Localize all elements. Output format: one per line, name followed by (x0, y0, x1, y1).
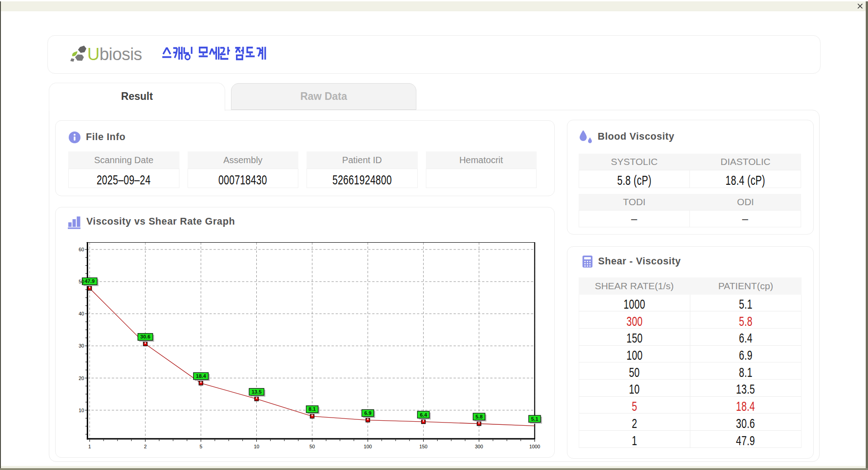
svg-text:13.5: 13.5 (251, 389, 262, 395)
svg-text:6.9: 6.9 (364, 410, 372, 416)
svg-text:5: 5 (199, 444, 202, 449)
svg-text:18.4: 18.4 (196, 373, 206, 379)
svg-text:50: 50 (309, 444, 315, 449)
svg-text:10: 10 (254, 444, 259, 449)
svg-text:8.1: 8.1 (309, 406, 316, 412)
svg-text:300: 300 (475, 444, 483, 449)
svg-text:150: 150 (420, 444, 428, 449)
svg-text:47.9: 47.9 (85, 278, 94, 284)
svg-text:50: 50 (79, 279, 84, 284)
svg-text:5.8: 5.8 (476, 414, 483, 419)
svg-text:1000: 1000 (529, 444, 540, 449)
svg-text:60: 60 (79, 247, 84, 252)
svg-text:40: 40 (79, 311, 84, 316)
svg-text:30: 30 (79, 343, 84, 348)
svg-text:2: 2 (144, 444, 146, 449)
svg-text:6.4: 6.4 (420, 412, 427, 418)
svg-text:1: 1 (88, 444, 91, 449)
svg-text:30.6: 30.6 (140, 334, 150, 339)
svg-text:20: 20 (79, 376, 84, 381)
svg-text:100: 100 (364, 444, 372, 449)
svg-text:5.1: 5.1 (531, 416, 538, 422)
svg-text:10: 10 (79, 408, 84, 413)
